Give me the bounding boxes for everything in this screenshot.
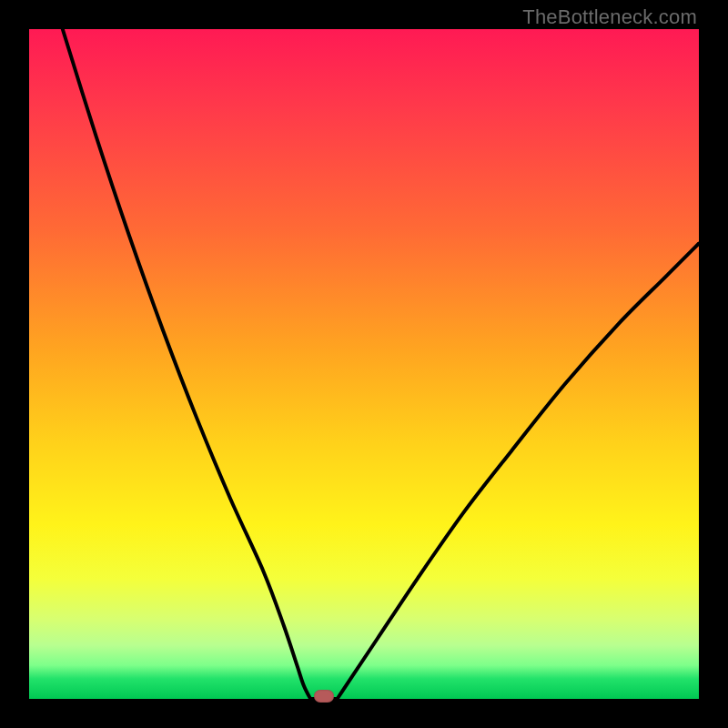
plot-area — [29, 29, 699, 699]
watermark-text: TheBottleneck.com — [522, 5, 697, 29]
curve-path — [63, 29, 699, 701]
chart-frame: TheBottleneck.com — [0, 0, 728, 728]
bottleneck-curve — [29, 29, 699, 699]
min-marker — [314, 690, 334, 703]
